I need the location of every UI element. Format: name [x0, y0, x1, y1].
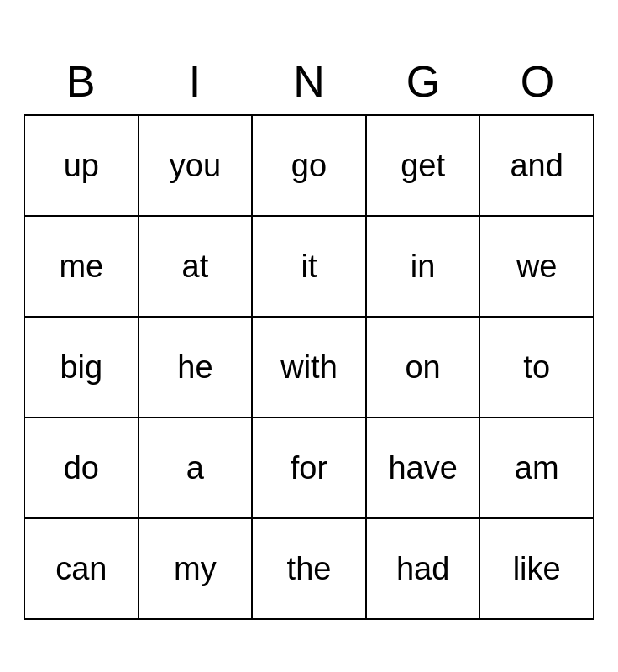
header-n: N — [252, 52, 366, 111]
cell-r1-c3[interactable]: in — [367, 217, 481, 318]
header-i: I — [138, 52, 252, 111]
header-o: O — [480, 52, 594, 111]
header-b: B — [24, 52, 138, 111]
cell-r2-c2[interactable]: with — [253, 318, 367, 418]
cell-r0-c0[interactable]: up — [25, 116, 139, 217]
cell-r3-c2[interactable]: for — [253, 418, 367, 519]
cell-r0-c1[interactable]: you — [139, 116, 254, 217]
header-g: G — [366, 52, 480, 111]
cell-r2-c4[interactable]: to — [480, 318, 594, 418]
cell-r3-c3[interactable]: have — [367, 418, 481, 519]
cell-r1-c2[interactable]: it — [253, 217, 367, 318]
cell-r0-c2[interactable]: go — [253, 116, 367, 217]
cell-r4-c4[interactable]: like — [480, 519, 594, 620]
cell-r4-c2[interactable]: the — [253, 519, 367, 620]
cell-r0-c4[interactable]: and — [480, 116, 594, 217]
cell-r3-c1[interactable]: a — [139, 418, 254, 519]
cell-r1-c4[interactable]: we — [480, 217, 594, 318]
cell-r2-c0[interactable]: big — [25, 318, 139, 418]
cell-r2-c1[interactable]: he — [139, 318, 254, 418]
bingo-header: B I N G O — [24, 52, 594, 111]
cell-r4-c3[interactable]: had — [367, 519, 481, 620]
cell-r1-c1[interactable]: at — [139, 217, 254, 318]
cell-r2-c3[interactable]: on — [367, 318, 481, 418]
cell-r1-c0[interactable]: me — [25, 217, 139, 318]
cell-r0-c3[interactable]: get — [367, 116, 481, 217]
bingo-card: B I N G O upyougogetandmeatitinwebighewi… — [24, 52, 594, 620]
cell-r3-c4[interactable]: am — [480, 418, 594, 519]
bingo-grid: upyougogetandmeatitinwebighewithontodoaf… — [24, 114, 594, 620]
cell-r4-c0[interactable]: can — [25, 519, 139, 620]
cell-r3-c0[interactable]: do — [25, 418, 139, 519]
cell-r4-c1[interactable]: my — [139, 519, 254, 620]
